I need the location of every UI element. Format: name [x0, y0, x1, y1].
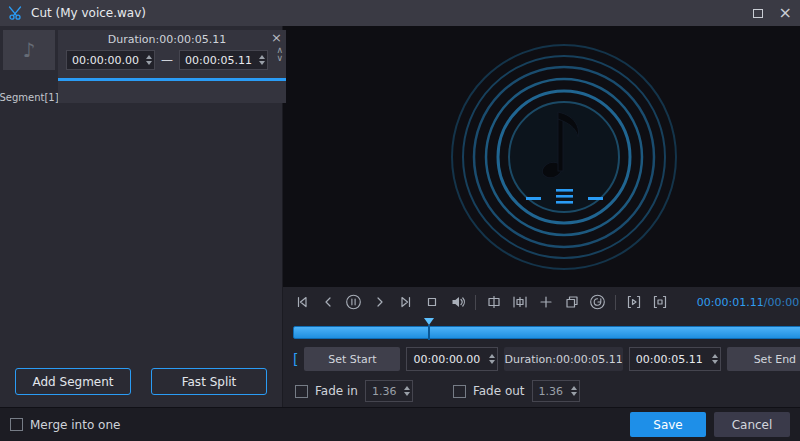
fade-out-field[interactable]: 1.36 [532, 380, 580, 402]
skip-end-icon[interactable] [397, 294, 414, 311]
set-start-button[interactable]: Set Start [304, 347, 400, 371]
segment-end-time-input[interactable] [185, 54, 257, 67]
stepper-down-icon[interactable] [489, 360, 495, 364]
stepper-up-icon[interactable] [571, 386, 577, 390]
duplicate-icon[interactable] [563, 294, 580, 311]
footer-bar: Merge into one Save Cancel [0, 407, 800, 441]
audio-preview-area [283, 26, 800, 287]
segment-start-time-field[interactable] [66, 50, 155, 70]
timeline[interactable] [283, 317, 800, 343]
segment-label: Segment[1] [0, 92, 59, 103]
fast-split-button[interactable]: Fast Split [151, 368, 267, 395]
start-bracket: [ [293, 351, 298, 367]
fade-controls: Fade in 1.36 Fade out 1.36 [283, 375, 800, 407]
reset-icon[interactable] [589, 294, 606, 311]
split-right-icon[interactable] [511, 294, 528, 311]
stepper-down-icon[interactable] [571, 392, 577, 396]
window-title: Cut (My voice.wav) [31, 6, 146, 20]
skip-start-icon[interactable] [293, 294, 310, 311]
timeline-bar[interactable] [293, 326, 800, 339]
fade-in-label: Fade in [315, 384, 358, 398]
trim-start-field[interactable] [406, 347, 498, 371]
step-back-icon[interactable] [319, 294, 336, 311]
fade-out-checkbox[interactable] [453, 385, 466, 398]
set-end-button[interactable]: Set End [727, 347, 800, 371]
preview-region-icon[interactable] [651, 294, 668, 311]
fade-out-label: Fade out [473, 384, 525, 398]
segment-end-time-field[interactable] [179, 50, 268, 70]
trim-controls: [ Set Start Duration:00:00:05.11 Set End… [283, 343, 800, 375]
toolbar-separator [615, 295, 616, 310]
segment-thumbnail[interactable]: ♪ [3, 30, 55, 70]
segment-duration-label: Duration:00:00:05.11 [66, 33, 268, 46]
step-forward-icon[interactable] [371, 294, 388, 311]
stepper-up-icon[interactable] [259, 55, 265, 59]
split-left-icon[interactable] [485, 294, 502, 311]
segment-range-bar[interactable] [58, 78, 286, 81]
fade-in-value: 1.36 [372, 385, 402, 398]
stepper-up-icon[interactable] [489, 354, 495, 358]
add-split-icon[interactable] [537, 294, 554, 311]
close-button[interactable]: × [779, 5, 792, 21]
segment-start-time-input[interactable] [72, 54, 144, 67]
add-segment-button[interactable]: Add Segment [15, 368, 131, 395]
preview-segment-icon[interactable] [625, 294, 642, 311]
stepper-down-icon[interactable] [146, 61, 152, 65]
save-button[interactable]: Save [630, 412, 706, 437]
merge-checkbox[interactable] [10, 418, 23, 431]
scissors-icon [8, 5, 24, 21]
volume-icon[interactable] [449, 294, 466, 311]
segment-move-down-icon[interactable]: ∨ [276, 54, 283, 62]
total-time: /00:00:05.11 [764, 296, 800, 309]
segment-panel: ♪ Segment[1] × ∧ ∨ Duration:00:00:05.11 [0, 26, 283, 407]
maximize-button[interactable] [753, 9, 763, 18]
time-range-dash: — [161, 53, 173, 67]
merge-label: Merge into one [30, 418, 120, 432]
playback-toolbar: 00:00:01.11/00:00:05.11 [283, 287, 800, 317]
trim-start-input[interactable] [413, 353, 487, 366]
pause-button-icon[interactable] [345, 294, 362, 311]
trim-end-input[interactable] [636, 353, 710, 366]
stop-icon[interactable] [423, 294, 440, 311]
trim-end-field[interactable] [629, 347, 721, 371]
stepper-up-icon[interactable] [404, 386, 410, 390]
segment-close-icon[interactable]: × [271, 31, 282, 44]
stepper-down-icon[interactable] [259, 61, 265, 65]
stepper-down-icon[interactable] [712, 360, 718, 364]
stepper-up-icon[interactable] [146, 55, 152, 59]
current-time: 00:00:01.11 [697, 296, 764, 309]
audio-visualizer [444, 37, 684, 277]
fade-in-field[interactable]: 1.36 [365, 380, 413, 402]
time-display: 00:00:01.11/00:00:05.11 [697, 296, 800, 309]
stepper-up-icon[interactable] [712, 354, 718, 358]
fade-in-checkbox[interactable] [295, 385, 308, 398]
fade-out-value: 1.36 [539, 385, 569, 398]
toolbar-separator [475, 295, 476, 310]
cancel-button[interactable]: Cancel [714, 412, 790, 437]
titlebar: Cut (My voice.wav) × [0, 0, 800, 26]
stepper-down-icon[interactable] [404, 392, 410, 396]
duration-label: Duration:00:00:05.11 [504, 347, 622, 371]
segment-editor-card: × ∧ ∨ Duration:00:00:05.11 — [58, 30, 286, 103]
